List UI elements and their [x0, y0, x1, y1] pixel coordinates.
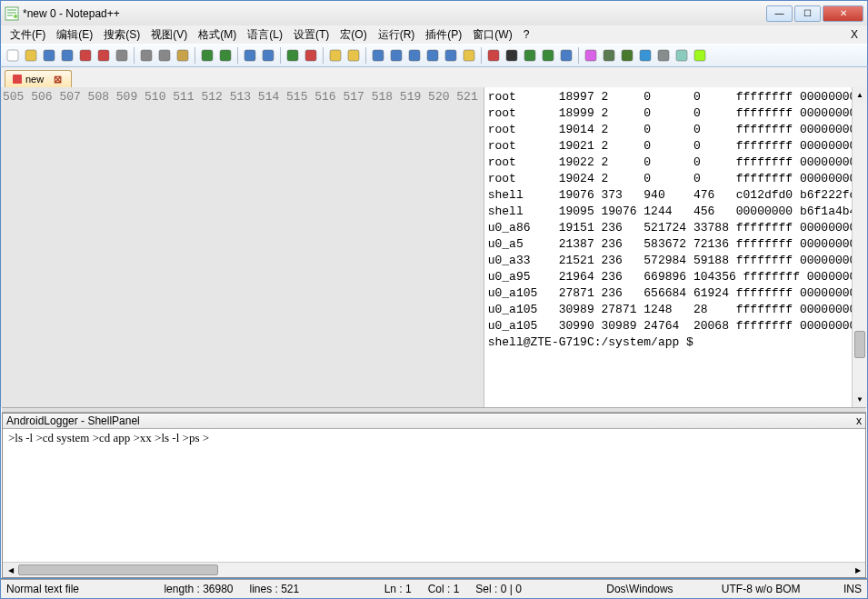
svg-rect-10 [159, 50, 170, 61]
plugin7-icon[interactable] [692, 47, 708, 64]
toolbar-separator [280, 47, 281, 64]
svg-rect-12 [202, 50, 213, 61]
find-icon[interactable] [242, 47, 258, 64]
status-filetype: Normal text file [6, 583, 79, 595]
hscroll-thumb[interactable] [18, 564, 218, 575]
cut-icon[interactable] [138, 47, 155, 64]
horizontal-scrollbar[interactable]: ◀ ▶ [3, 562, 865, 577]
open-icon[interactable] [23, 47, 39, 64]
menu-run[interactable]: 运行(R) [373, 26, 421, 44]
print-icon[interactable] [114, 47, 130, 64]
toolbar-separator [365, 47, 366, 64]
menu-maximize-close[interactable]: X [845, 28, 863, 41]
tab-bar: new ⊠ [0, 67, 868, 87]
scroll-up-icon[interactable]: ▲ [853, 87, 867, 103]
redo-icon[interactable] [217, 47, 234, 64]
svg-rect-25 [464, 50, 474, 61]
svg-rect-7 [98, 50, 109, 61]
vertical-scrollbar[interactable]: ▲ ▼ [852, 87, 867, 407]
play-multi-icon[interactable] [540, 47, 556, 64]
toolbar [0, 44, 868, 67]
svg-rect-2 [7, 50, 18, 61]
minimize-button[interactable]: — [766, 5, 793, 22]
save-all-icon[interactable] [59, 47, 75, 64]
svg-rect-29 [543, 50, 554, 61]
close-all-icon[interactable] [95, 47, 112, 64]
panel-close-icon[interactable]: x [856, 414, 862, 427]
menu-window[interactable]: 窗口(W) [467, 26, 517, 44]
unfold-icon[interactable] [443, 47, 459, 64]
svg-rect-9 [141, 50, 152, 61]
menu-view[interactable]: 视图(V) [145, 26, 193, 44]
svg-rect-36 [676, 50, 687, 61]
svg-rect-17 [305, 50, 316, 61]
indent-icon[interactable] [406, 47, 423, 64]
panel-body[interactable]: >ls -l >cd system >cd app >xx >ls -l >ps… [3, 429, 865, 562]
all-chars-icon[interactable] [388, 47, 404, 64]
svg-rect-33 [622, 50, 633, 61]
menu-language[interactable]: 语言(L) [242, 26, 288, 44]
plugin6-icon[interactable] [673, 47, 690, 64]
toolbar-separator [195, 47, 195, 64]
new-file-icon[interactable] [5, 47, 21, 64]
scroll-right-icon[interactable]: ▶ [850, 563, 865, 577]
save-icon[interactable] [41, 47, 57, 64]
paste-icon[interactable] [175, 47, 191, 64]
record-icon[interactable] [485, 47, 502, 64]
editor-area: 505 506 507 508 509 510 511 512 513 514 … [1, 87, 867, 407]
scroll-left-icon[interactable]: ◀ [3, 563, 18, 577]
folder-icon[interactable] [461, 47, 477, 64]
shell-panel: AndroidLogger - ShellPanel x >ls -l >cd … [2, 413, 866, 578]
zoom-in-icon[interactable] [284, 47, 301, 64]
editor-wrap: 505 506 507 508 509 510 511 512 513 514 … [0, 87, 868, 579]
svg-rect-26 [488, 50, 499, 61]
plugin4-icon[interactable] [637, 47, 653, 64]
app-icon [5, 6, 19, 21]
scroll-down-icon[interactable]: ▼ [853, 392, 867, 407]
menu-help[interactable]: ? [518, 27, 535, 42]
plugin2-icon[interactable] [601, 47, 617, 64]
save-macro-icon[interactable] [558, 47, 574, 64]
title-bar: *new 0 - Notepad++ — ☐ ✕ [0, 0, 868, 25]
stop-icon[interactable] [504, 47, 520, 64]
plugin3-icon[interactable] [619, 47, 635, 64]
line-gutter: 505 506 507 508 509 510 511 512 513 514 … [1, 87, 484, 407]
menu-settings[interactable]: 设置(T) [288, 26, 334, 44]
tab-close-icon[interactable]: ⊠ [51, 73, 64, 85]
svg-rect-21 [391, 50, 402, 61]
menu-file[interactable]: 文件(F) [5, 26, 51, 44]
svg-rect-20 [373, 50, 384, 61]
svg-rect-24 [445, 50, 456, 61]
maximize-button[interactable]: ☐ [794, 5, 821, 22]
svg-rect-13 [220, 50, 231, 61]
code-area[interactable]: root 18997 2 0 0 ffffffff 00000000 S kwo… [484, 87, 852, 407]
menu-search[interactable]: 搜索(S) [98, 26, 145, 44]
scroll-thumb[interactable] [854, 331, 865, 358]
plugin5-icon[interactable] [655, 47, 672, 64]
replace-icon[interactable] [260, 47, 276, 64]
wrap-icon[interactable] [370, 47, 386, 64]
copy-icon[interactable] [156, 47, 173, 64]
panel-title-bar: AndroidLogger - ShellPanel x [3, 414, 865, 429]
tab-new[interactable]: new ⊠ [5, 70, 72, 87]
menu-plugins[interactable]: 插件(P) [420, 26, 467, 44]
toolbar-separator [481, 47, 482, 64]
sync-h-icon[interactable] [345, 47, 362, 64]
svg-rect-34 [640, 50, 651, 61]
play-icon[interactable] [522, 47, 538, 64]
close-button[interactable]: ✕ [823, 5, 863, 22]
menu-macro[interactable]: 宏(O) [334, 26, 372, 44]
sync-v-icon[interactable] [327, 47, 344, 64]
status-lines: lines : 521 [250, 583, 300, 595]
plugin1-icon[interactable] [583, 47, 599, 64]
status-ln: Ln : 1 [384, 583, 412, 595]
menu-edit[interactable]: 编辑(E) [51, 26, 98, 44]
zoom-out-icon[interactable] [303, 47, 319, 64]
status-ins: INS [843, 583, 862, 595]
fold-icon[interactable] [424, 47, 441, 64]
window-buttons: — ☐ ✕ [764, 5, 863, 22]
menu-format[interactable]: 格式(M) [193, 26, 242, 44]
undo-icon[interactable] [199, 47, 215, 64]
svg-rect-16 [287, 50, 298, 61]
close-icon[interactable] [77, 47, 94, 64]
